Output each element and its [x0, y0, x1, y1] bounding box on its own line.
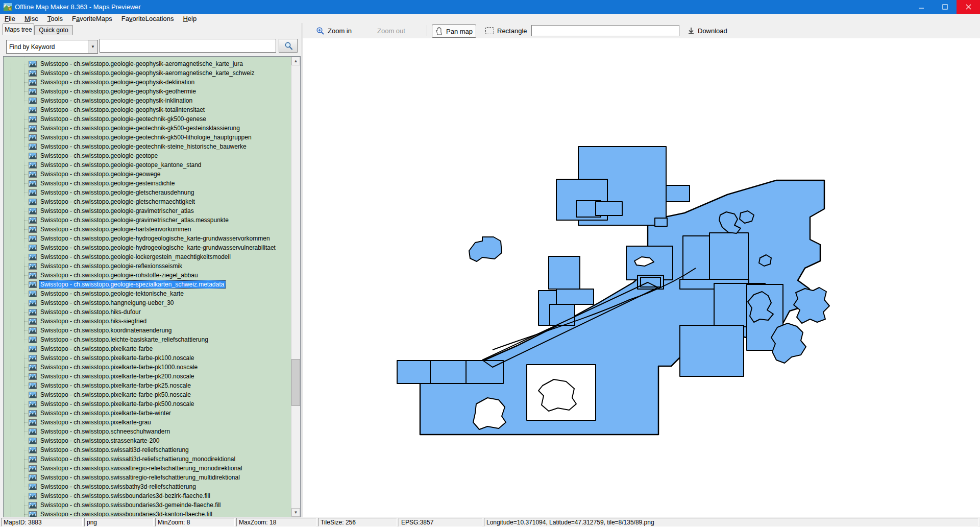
maximize-button[interactable] [933, 0, 957, 14]
tree-item[interactable]: Swisstopo - ch.swisstopo.geologie-gravim… [4, 206, 291, 215]
search-button[interactable] [279, 39, 298, 53]
tree-item[interactable]: Swisstopo - ch.swisstopo.geologie-reflex… [4, 261, 291, 271]
map-layer-icon [29, 438, 37, 444]
map-layer-icon [29, 318, 37, 325]
tree-item[interactable]: Swisstopo - ch.swisstopo.pixelkarte-farb… [4, 381, 291, 390]
tree-item[interactable]: Swisstopo - ch.swisstopo.swissbathy3d-re… [4, 482, 291, 491]
tree-item-label: Swisstopo - ch.swisstopo.koordinatenaend… [39, 326, 173, 334]
tree-item[interactable]: Swisstopo - ch.swisstopo.geologie-geophy… [4, 78, 291, 87]
map-layer-icon [29, 134, 37, 141]
download-button[interactable]: Download [684, 25, 730, 37]
tree-item[interactable]: Swisstopo - ch.swisstopo.hangneigung-ueb… [4, 298, 291, 307]
zoom-out-button[interactable]: Zoom out [374, 25, 408, 37]
tree-item[interactable]: Swisstopo - ch.swisstopo.swissalti3d-rel… [4, 454, 291, 464]
tree-connector [24, 248, 28, 248]
tree-item[interactable]: Swisstopo - ch.swisstopo.geologie-hartst… [4, 225, 291, 234]
tree-item[interactable]: Swisstopo - ch.swisstopo.geologie-geotec… [4, 142, 291, 151]
chevron-down-icon: ▼ [88, 40, 97, 53]
tree-item[interactable]: Swisstopo - ch.swisstopo.swissaltiregio-… [4, 464, 291, 473]
tab-maps-tree[interactable]: Maps tree [3, 23, 34, 35]
tree-item[interactable]: Swisstopo - ch.swisstopo.swissaltiregio-… [4, 473, 291, 482]
tree-item-label: Swisstopo - ch.swisstopo.geologie-gletsc… [39, 198, 197, 206]
map-layer-icon [29, 410, 37, 417]
menu-favoritemaps[interactable]: FavoriteMaps [67, 14, 117, 23]
rectangle-label: Rectangle [497, 27, 527, 35]
map-layer-icon [29, 502, 37, 509]
tree-item[interactable]: Swisstopo - ch.swisstopo.geologie-gravim… [4, 215, 291, 225]
tree-item[interactable]: Swisstopo - ch.swisstopo.geologie-geophy… [4, 59, 291, 68]
tree-item[interactable]: Swisstopo - ch.swisstopo.swissboundaries… [4, 510, 291, 517]
menu-file[interactable]: File [0, 14, 20, 23]
tree-item[interactable]: Swisstopo - ch.swisstopo.geologie-gletsc… [4, 188, 291, 197]
map-toolbar: Zoom in Zoom out Pan map Rectangle Downl… [303, 23, 980, 38]
keyword-search-input[interactable] [100, 39, 276, 53]
map-layer-icon [29, 143, 37, 150]
tree-item[interactable]: Swisstopo - ch.swisstopo.swissalti3d-rel… [4, 445, 291, 454]
tree-item[interactable]: Swisstopo - ch.swisstopo.geologie-geophy… [4, 96, 291, 105]
tree-item[interactable]: Swisstopo - ch.swisstopo.swissboundaries… [4, 491, 291, 500]
tree-item[interactable]: Swisstopo - ch.swisstopo.pixelkarte-farb… [4, 344, 291, 353]
tree-item[interactable]: Swisstopo - ch.swisstopo.hiks-dufour [4, 307, 291, 317]
map-tile-rect [666, 185, 690, 202]
tree-item[interactable]: Swisstopo - ch.swisstopo.geologie-gestei… [4, 179, 291, 188]
tree-scrollbar[interactable]: ▲ ▼ [291, 57, 300, 517]
tree-item[interactable]: Swisstopo - ch.swisstopo.pixelkarte-farb… [4, 353, 291, 363]
tree-item[interactable]: Swisstopo - ch.swisstopo.leichte-basiska… [4, 335, 291, 344]
zoom-in-icon [316, 27, 325, 35]
tree-item[interactable]: Swisstopo - ch.swisstopo.pixelkarte-farb… [4, 372, 291, 381]
tree-item[interactable]: Swisstopo - ch.swisstopo.swissboundaries… [4, 500, 291, 510]
tree-item-label: Swisstopo - ch.swisstopo.geologie-hartst… [39, 225, 192, 233]
menu-help[interactable]: Help [178, 14, 201, 23]
scrollbar-thumb[interactable] [291, 359, 300, 406]
menu-misc[interactable]: Misc [20, 14, 43, 23]
scroll-down-icon[interactable]: ▼ [291, 508, 300, 517]
tree-item[interactable]: Swisstopo - ch.swisstopo.geologie-geotop… [4, 160, 291, 170]
tree-item-label: Swisstopo - ch.swisstopo.strassenkarte-2… [39, 437, 161, 445]
tree-item[interactable]: Swisstopo - ch.swisstopo.geologie-geophy… [4, 68, 291, 78]
tree-item[interactable]: Swisstopo - ch.swisstopo.hiks-siegfried [4, 317, 291, 326]
map-layer-icon [29, 61, 37, 67]
tree-connector [24, 64, 28, 64]
tree-connector [24, 174, 28, 175]
menu-favoritelocations[interactable]: FavoriteLocations [117, 14, 179, 23]
tree-item[interactable]: Swisstopo - ch.swisstopo.pixelkarte-farb… [4, 399, 291, 409]
zoom-in-button[interactable]: Zoom in [313, 25, 355, 37]
tree-item[interactable]: Swisstopo - ch.swisstopo.pixelkarte-grau [4, 418, 291, 427]
tree-item[interactable]: Swisstopo - ch.swisstopo.strassenkarte-2… [4, 436, 291, 445]
close-button[interactable] [957, 0, 980, 14]
tree-item[interactable]: Swisstopo - ch.swisstopo.pixelkarte-farb… [4, 390, 291, 399]
minimize-button[interactable] [910, 0, 933, 14]
tree-item[interactable]: Swisstopo - ch.swisstopo.geologie-hydrog… [4, 243, 291, 252]
tab-quick-goto[interactable]: Quick goto [34, 25, 73, 35]
toolbar-text-input[interactable] [531, 25, 679, 36]
tree-item[interactable]: Swisstopo - ch.swisstopo.koordinatenaend… [4, 326, 291, 335]
tree-item[interactable]: Swisstopo - ch.swisstopo.pixelkarte-farb… [4, 363, 291, 372]
tree-item[interactable]: Swisstopo - ch.swisstopo.geologie-geophy… [4, 105, 291, 114]
tree-item[interactable]: Swisstopo - ch.swisstopo.geologie-geophy… [4, 87, 291, 96]
tree-connector [24, 404, 28, 404]
tree-item[interactable]: Swisstopo - ch.swisstopo.geologie-geotec… [4, 124, 291, 133]
tree-item[interactable]: Swisstopo - ch.swisstopo.geologie-rohsto… [4, 271, 291, 280]
tree-item[interactable]: Swisstopo - ch.swisstopo.pixelkarte-farb… [4, 409, 291, 418]
map-preview-area[interactable] [303, 38, 980, 517]
tree-item[interactable]: Swisstopo - ch.swisstopo.geologie-geotec… [4, 133, 291, 142]
tree-item[interactable]: Swisstopo - ch.swisstopo.geologie-gletsc… [4, 197, 291, 206]
menu-tools[interactable]: Tools [43, 14, 67, 23]
tree-item[interactable]: Swisstopo - ch.swisstopo.geologie-geotop… [4, 151, 291, 160]
tree-item[interactable]: Swisstopo - ch.swisstopo.schneeschuhwand… [4, 427, 291, 436]
tree-item-selected[interactable]: Swisstopo - ch.swisstopo.geologie-spezia… [4, 280, 291, 289]
rectangle-button[interactable]: Rectangle [482, 25, 530, 37]
pan-map-button[interactable]: Pan map [432, 25, 476, 38]
tree-item[interactable]: Swisstopo - ch.swisstopo.geologie-tekton… [4, 289, 291, 298]
find-by-dropdown[interactable]: Find by Keyword ▼ [6, 40, 98, 54]
tree-item[interactable]: Swisstopo - ch.swisstopo.geologie-locker… [4, 252, 291, 261]
tree-connector [24, 376, 28, 377]
scroll-up-icon[interactable]: ▲ [291, 57, 300, 65]
map-canvas[interactable] [303, 38, 980, 517]
tree-item[interactable]: Swisstopo - ch.swisstopo.geologie-geoweg… [4, 170, 291, 179]
map-layer-icon [29, 281, 37, 288]
tree-item[interactable]: Swisstopo - ch.swisstopo.geologie-geotec… [4, 114, 291, 124]
map-layer-icon [29, 337, 37, 343]
tree-item[interactable]: Swisstopo - ch.swisstopo.geologie-hydrog… [4, 234, 291, 243]
map-layer-icon [29, 70, 37, 77]
